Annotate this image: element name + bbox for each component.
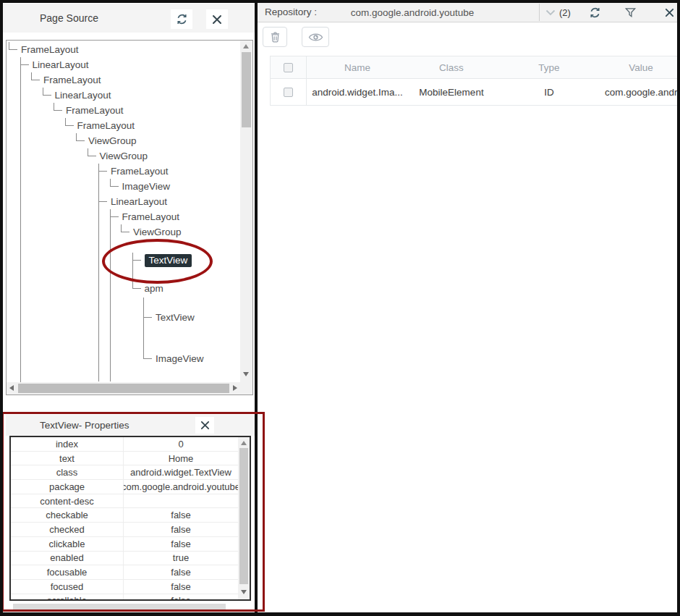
close-icon[interactable]	[195, 417, 214, 434]
tree-connector	[9, 42, 18, 57]
page-source-title: Page Source	[40, 12, 98, 24]
tree-node-label[interactable]: ViewGroup	[100, 151, 148, 161]
cell-class: MobileElement	[408, 79, 495, 105]
tree-horizontal-scrollbar[interactable]	[7, 382, 240, 395]
tree-node-label[interactable]: ImageView	[122, 181, 171, 192]
tree-connector	[76, 133, 85, 148]
refresh-icon[interactable]	[587, 5, 603, 20]
tree-node-label[interactable]: ViewGroup	[88, 135, 137, 146]
tree-node-textview-15[interactable]: TextView	[143, 310, 240, 325]
tree-node-framelayout-5[interactable]: FrameLayout	[65, 118, 241, 133]
column-header-class[interactable]: Class	[408, 56, 495, 78]
tree-node-label[interactable]: LinearLayout	[33, 59, 89, 70]
property-row-class: classandroid.widget.TextView	[11, 465, 238, 480]
page-source-tree[interactable]: FrameLayoutLinearLayoutFrameLayoutLinear…	[6, 40, 253, 395]
property-row-package: packagecom.google.android.youtube	[11, 480, 238, 494]
tree-node-apm-14[interactable]: apm	[132, 281, 241, 296]
eye-icon[interactable]	[302, 27, 329, 47]
tree-connector	[110, 209, 119, 224]
scroll-up-icon[interactable]	[241, 441, 247, 445]
property-key: enabled	[11, 552, 124, 565]
close-icon[interactable]	[206, 9, 228, 29]
tree-node-label[interactable]: ImageView	[156, 353, 204, 364]
repository-label: Repository :	[265, 7, 317, 17]
tree-connector	[20, 57, 30, 72]
property-value: Home	[124, 452, 238, 465]
property-row-focusable: focusablefalse	[11, 565, 238, 580]
tree-hscroll-thumb[interactable]	[18, 384, 229, 393]
tree-node-imageview-16[interactable]: ImageView	[143, 351, 240, 366]
tree-node-framelayout-4[interactable]: FrameLayout	[54, 103, 240, 118]
properties-header: TextView- Properties	[6, 415, 255, 436]
properties-horizontal-scrollbar[interactable]	[13, 604, 226, 610]
property-row-focused: focusedfalse	[11, 580, 238, 594]
tree-node-framelayout-11[interactable]: FrameLayout	[110, 209, 241, 224]
tree-node-linearlayout-10[interactable]: LinearLayout	[98, 194, 240, 209]
properties-vscroll-thumb[interactable]	[239, 448, 248, 584]
tree-node-linearlayout-1[interactable]: LinearLayout	[20, 57, 241, 72]
tree-vertical-scrollbar[interactable]	[240, 41, 252, 382]
tree-connector	[54, 103, 63, 118]
scroll-down-icon[interactable]	[241, 590, 247, 594]
refresh-icon[interactable]	[171, 9, 192, 29]
tree-node-label[interactable]: FrameLayout	[66, 105, 124, 116]
tree-node-framelayout-0[interactable]: FrameLayout	[9, 42, 240, 57]
column-header-name[interactable]: Name	[307, 56, 408, 78]
tree-node-label[interactable]: FrameLayout	[43, 75, 101, 85]
tree-node-label[interactable]: FrameLayout	[21, 44, 79, 55]
tree-node-viewgroup-12[interactable]: ViewGroup	[121, 224, 240, 240]
tree-node-label[interactable]: FrameLayout	[111, 166, 169, 177]
separator	[539, 4, 540, 21]
properties-vertical-scrollbar[interactable]	[238, 437, 250, 599]
tree-node-label[interactable]: TextView	[156, 312, 195, 323]
cell-type: ID	[495, 79, 603, 105]
property-value: false	[124, 594, 238, 601]
scroll-up-icon[interactable]	[243, 44, 249, 48]
tree-connector	[98, 194, 108, 209]
property-key: package	[11, 480, 124, 494]
panel-divider	[255, 0, 258, 616]
repository-count-badge: (2)	[559, 7, 571, 18]
select-all-checkbox[interactable]	[284, 63, 293, 72]
tree-node-label-selected[interactable]: TextView	[145, 254, 192, 267]
scroll-down-icon[interactable]	[243, 372, 249, 376]
tree-node-label[interactable]: FrameLayout	[122, 211, 180, 222]
tree-node-textview-13[interactable]: TextView	[132, 253, 241, 268]
property-row-checkable: checkablefalse	[11, 508, 238, 523]
tree-node-label[interactable]: apm	[145, 283, 163, 294]
tree-connector	[88, 148, 97, 164]
tree-node-label[interactable]: ViewGroup	[133, 227, 182, 237]
tree-node-label[interactable]: LinearLayout	[111, 196, 167, 207]
column-header-type[interactable]: Type	[495, 56, 603, 78]
tree-node-label[interactable]: LinearLayout	[55, 90, 111, 101]
close-icon[interactable]	[661, 5, 677, 20]
tree-connector	[65, 118, 75, 133]
properties-table: index0textHomeclassandroid.widget.TextVi…	[9, 436, 251, 601]
delete-button[interactable]	[263, 27, 287, 47]
table-row[interactable]: android.widget.Ima...MobileElementIDcom.…	[271, 79, 677, 106]
property-value: false	[124, 565, 238, 579]
property-value: false	[124, 580, 238, 594]
chevron-down-icon[interactable]	[543, 5, 558, 20]
property-key: index	[11, 437, 124, 451]
tree-guide-line	[143, 298, 144, 310]
tree-guide-line	[143, 325, 144, 351]
column-header-value[interactable]: Value	[603, 56, 679, 78]
tree-node-viewgroup-7[interactable]: ViewGroup	[88, 148, 241, 164]
cell-name: android.widget.Ima...	[307, 79, 408, 105]
filter-funnel-icon[interactable]	[622, 5, 638, 20]
tree-vscroll-thumb[interactable]	[242, 52, 251, 127]
property-key: checked	[11, 523, 124, 536]
scroll-right-icon[interactable]	[233, 385, 237, 391]
tree-node-framelayout-2[interactable]: FrameLayout	[31, 72, 240, 88]
repository-select[interactable]: com.google.android.youtube	[318, 7, 506, 18]
property-row-clickable: clickablefalse	[11, 537, 238, 552]
tree-connector	[143, 351, 153, 366]
tree-node-imageview-9[interactable]: ImageView	[110, 179, 241, 194]
tree-node-linearlayout-3[interactable]: LinearLayout	[43, 88, 241, 103]
tree-node-viewgroup-6[interactable]: ViewGroup	[76, 133, 240, 148]
tree-node-label[interactable]: FrameLayout	[77, 120, 135, 131]
tree-node-framelayout-8[interactable]: FrameLayout	[98, 164, 240, 179]
row-checkbox[interactable]	[284, 88, 293, 97]
scroll-left-icon[interactable]	[9, 385, 14, 391]
